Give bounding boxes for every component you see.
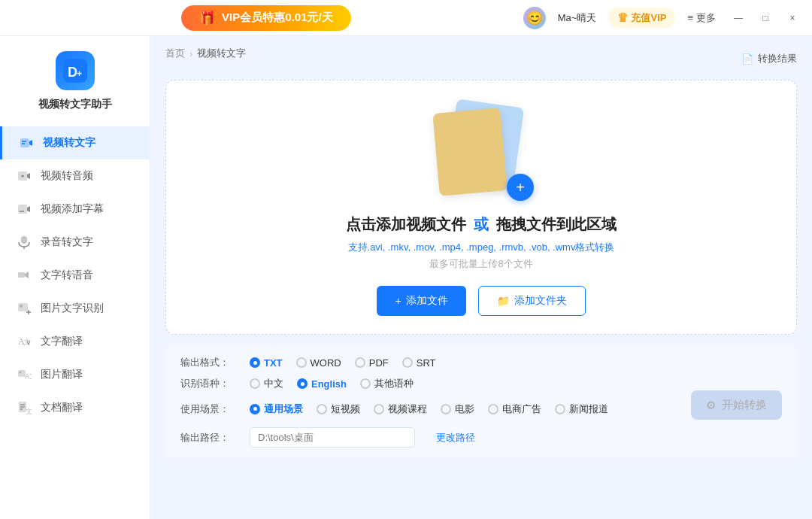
sidebar-item-image-ocr[interactable]: 图片文字识别 xyxy=(0,292,150,325)
lang-chinese[interactable]: 中文 xyxy=(250,377,283,390)
format-txt[interactable]: TXT xyxy=(250,357,283,369)
scene-general[interactable]: 通用场景 xyxy=(250,402,303,416)
user-name: Ma~晴天 xyxy=(558,11,597,25)
radio-txt[interactable] xyxy=(250,357,260,368)
scene-news-label: 新闻报道 xyxy=(569,402,608,416)
scene-ecommerce[interactable]: 电商广告 xyxy=(488,402,541,416)
sidebar-label: 图片翻译 xyxy=(41,368,83,381)
add-file-button[interactable]: + 添加文件 xyxy=(377,286,465,316)
top-bar: 首页 › 视频转文字 📄 转换结果 xyxy=(165,47,797,71)
doc-translate-icon: 文 xyxy=(15,399,33,417)
radio-word[interactable] xyxy=(296,357,307,368)
breadcrumb-home[interactable]: 首页 xyxy=(165,47,185,60)
menu-icon: ≡ xyxy=(687,12,693,23)
result-icon: 📄 xyxy=(741,53,753,65)
convert-result-label: 转换结果 xyxy=(758,52,797,65)
avatar xyxy=(523,7,546,29)
sidebar-label: 文字转语音 xyxy=(41,269,93,282)
svg-rect-7 xyxy=(18,205,27,214)
scene-short-video-label: 短视频 xyxy=(331,402,360,416)
folder-icon: 📁 xyxy=(497,295,510,307)
close-button[interactable]: × xyxy=(782,10,803,26)
video-text-icon xyxy=(17,134,35,152)
dropzone-limit: 最多可批量上传8个文件 xyxy=(429,257,532,271)
dropzone-formats: 支持.avi, .mkv, .mov, .mp4, .mpeg, .rmvb, … xyxy=(348,241,615,254)
format-word[interactable]: WORD xyxy=(296,357,341,369)
svg-rect-9 xyxy=(21,236,27,244)
scene-short-video[interactable]: 短视频 xyxy=(317,402,360,416)
radio-general[interactable] xyxy=(250,404,260,414)
radio-movie[interactable] xyxy=(441,404,451,414)
sidebar-item-doc-translate[interactable]: 文 文档翻译 xyxy=(0,391,150,424)
radio-other[interactable] xyxy=(360,378,371,389)
radio-short-video[interactable] xyxy=(317,404,327,414)
svg-text:+: + xyxy=(77,68,82,79)
app-title: 视频转文字助手 xyxy=(38,98,112,111)
svg-rect-11 xyxy=(18,272,25,278)
scene-news[interactable]: 新闻报道 xyxy=(555,402,608,416)
scene-movie-label: 电影 xyxy=(455,402,474,416)
output-path-label: 输出路径： xyxy=(180,431,235,445)
radio-pdf[interactable] xyxy=(355,357,365,368)
more-label: 更多 xyxy=(696,11,716,25)
dropzone-title-drag: 拖拽文件到此区域 xyxy=(496,216,617,232)
convert-icon: ⚙ xyxy=(706,399,716,412)
format-word-label: WORD xyxy=(311,357,341,369)
lang-english[interactable]: English xyxy=(297,378,347,390)
plus-circle: + xyxy=(507,174,534,201)
change-path-link[interactable]: 更改路径 xyxy=(436,431,475,445)
start-convert-button[interactable]: ⚙ 开始转换 xyxy=(691,390,782,420)
sidebar-item-audio-to-text[interactable]: 录音转文字 xyxy=(0,226,150,259)
recharge-vip-button[interactable]: ♛ 充值VIP xyxy=(608,8,675,28)
vip-banner-area[interactable]: 🎁 VIP会员特惠0.01元/天 xyxy=(9,5,523,31)
scene-movie[interactable]: 电影 xyxy=(441,402,474,416)
gift-icon: 🎁 xyxy=(199,10,216,26)
add-folder-button[interactable]: 📁 添加文件夹 xyxy=(478,286,586,316)
radio-news[interactable] xyxy=(555,404,565,414)
minimize-button[interactable]: — xyxy=(728,10,749,26)
format-pdf[interactable]: PDF xyxy=(355,357,389,369)
sidebar-item-text-translate[interactable]: A文 文字翻译 xyxy=(0,325,150,358)
sidebar-nav: 视频转文字 视频转音频 视频添加字幕 录音转文字 xyxy=(0,126,150,424)
more-button[interactable]: ≡ 更多 xyxy=(687,11,716,25)
svg-text:文: 文 xyxy=(26,408,32,415)
sidebar-item-image-translate[interactable]: A文 图片翻译 xyxy=(0,358,150,391)
text-translate-icon: A文 xyxy=(15,332,33,351)
sidebar-item-add-subtitle[interactable]: 视频添加字幕 xyxy=(0,193,150,226)
radio-english[interactable] xyxy=(297,378,308,389)
maximize-button[interactable]: □ xyxy=(755,10,776,26)
output-path-input[interactable] xyxy=(250,427,415,448)
radio-course[interactable] xyxy=(374,404,384,414)
radio-srt[interactable] xyxy=(402,357,413,368)
scene-options: 通用场景 短视频 视频课程 电影 xyxy=(250,402,608,416)
file-card-front xyxy=(432,108,507,196)
drop-zone[interactable]: + 点击添加视频文件 或 拖拽文件到此区域 支持.avi, .mkv, .mov… xyxy=(165,80,797,335)
add-folder-label: 添加文件夹 xyxy=(514,294,567,308)
vip-banner-text: VIP会员特惠0.01元/天 xyxy=(222,11,333,25)
convert-result-button[interactable]: 📄 转换结果 xyxy=(741,52,797,65)
add-file-icon: + xyxy=(395,295,401,307)
sidebar-item-video-to-audio[interactable]: 视频转音频 xyxy=(0,159,150,193)
lang-other-label: 其他语种 xyxy=(374,377,414,390)
radio-chinese[interactable] xyxy=(250,378,260,389)
radio-ecommerce[interactable] xyxy=(488,404,498,414)
crown-icon: ♛ xyxy=(617,11,628,25)
output-format-row: 输出格式： TXT WORD PDF xyxy=(180,356,782,369)
lang-other[interactable]: 其他语种 xyxy=(360,377,414,390)
logo-icon: D + xyxy=(63,59,87,83)
dropzone-illustration: + xyxy=(429,103,534,201)
sidebar: D + 视频转文字助手 视频转文字 视频转音频 视 xyxy=(0,36,150,519)
scene-course[interactable]: 视频课程 xyxy=(374,402,427,416)
format-txt-label: TXT xyxy=(264,357,283,369)
breadcrumb-current: 视频转文字 xyxy=(197,47,246,60)
scene-label: 使用场景： xyxy=(180,402,235,416)
sidebar-item-text-to-speech[interactable]: 文字转语音 xyxy=(0,259,150,292)
sidebar-label: 录音转文字 xyxy=(41,235,93,249)
format-srt-label: SRT xyxy=(417,357,436,369)
language-row: 识别语种： 中文 English 其他语种 xyxy=(180,377,782,390)
format-srt[interactable]: SRT xyxy=(402,357,436,369)
svg-rect-3 xyxy=(20,138,29,147)
vip-banner[interactable]: 🎁 VIP会员特惠0.01元/天 xyxy=(181,5,351,31)
sidebar-item-video-to-text[interactable]: 视频转文字 xyxy=(0,126,150,159)
output-path-row: 输出路径： 更改路径 xyxy=(180,427,782,448)
